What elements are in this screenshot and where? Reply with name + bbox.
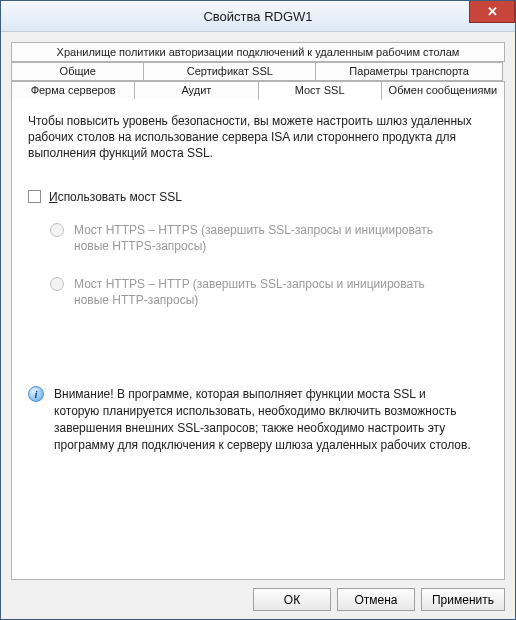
tab-server-farm[interactable]: Ферма серверов bbox=[11, 81, 135, 100]
radio-https-https bbox=[50, 223, 64, 237]
titlebar[interactable]: Свойства RDGW1 ✕ bbox=[1, 1, 515, 32]
use-ssl-bridge-checkbox[interactable] bbox=[28, 190, 41, 203]
tab-ssl-bridging[interactable]: Мост SSL bbox=[258, 81, 382, 100]
info-note: i Внимание! В программе, которая выполня… bbox=[28, 386, 488, 453]
radio-https-https-row: Мост HTTPS – HTTPS (завершить SSL-запрос… bbox=[50, 222, 488, 254]
tab-messaging[interactable]: Обмен сообщениями bbox=[381, 81, 505, 100]
tab-auth-policy-store[interactable]: Хранилище политики авторизации подключен… bbox=[11, 42, 505, 62]
dialog-button-bar: ОК Отмена Применить bbox=[11, 580, 505, 611]
client-area: Хранилище политики авторизации подключен… bbox=[1, 32, 515, 619]
window-title: Свойства RDGW1 bbox=[203, 9, 312, 24]
tab-ssl-certificate[interactable]: Сертификат SSL bbox=[143, 62, 316, 81]
intro-text: Чтобы повысить уровень безопасности, вы … bbox=[28, 113, 488, 162]
radio-https-http-row: Мост HTTPS – HTTP (завершить SSL-запросы… bbox=[50, 276, 488, 308]
ok-button[interactable]: ОК bbox=[253, 588, 331, 611]
radio-https-http bbox=[50, 277, 64, 291]
info-text: Внимание! В программе, которая выполняет… bbox=[54, 386, 474, 453]
tab-audit[interactable]: Аудит bbox=[134, 81, 258, 100]
use-ssl-bridge-label[interactable]: Использовать мост SSL bbox=[49, 190, 182, 204]
apply-button[interactable]: Применить bbox=[421, 588, 505, 611]
cancel-button[interactable]: Отмена bbox=[337, 588, 415, 611]
tab-panel-ssl-bridging: Чтобы повысить уровень безопасности, вы … bbox=[11, 99, 505, 580]
tab-strip: Хранилище политики авторизации подключен… bbox=[11, 42, 505, 100]
radio-https-http-label: Мост HTTPS – HTTP (завершить SSL-запросы… bbox=[74, 276, 454, 308]
info-icon: i bbox=[28, 386, 44, 402]
bridge-mode-radio-group: Мост HTTPS – HTTPS (завершить SSL-запрос… bbox=[50, 222, 488, 309]
tab-transport-params[interactable]: Параметры транспорта bbox=[315, 62, 503, 81]
tab-general[interactable]: Общие bbox=[11, 62, 144, 81]
radio-https-https-label: Мост HTTPS – HTTPS (завершить SSL-запрос… bbox=[74, 222, 454, 254]
close-icon: ✕ bbox=[487, 4, 498, 19]
use-ssl-bridge-checkbox-row: Использовать мост SSL bbox=[28, 190, 488, 204]
properties-dialog: Свойства RDGW1 ✕ Хранилище политики авто… bbox=[0, 0, 516, 620]
close-button[interactable]: ✕ bbox=[469, 1, 515, 23]
